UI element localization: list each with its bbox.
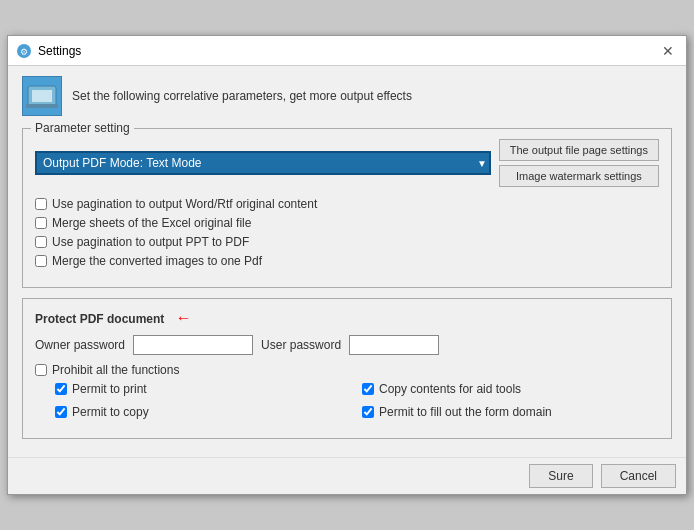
fill-form-label: Permit to fill out the form domain — [379, 405, 552, 419]
mode-select-wrapper: Output PDF Mode: Text Mode ▼ — [35, 151, 491, 175]
checkbox-row-1: Use pagination to output Word/Rtf origin… — [35, 197, 659, 211]
owner-password-input[interactable] — [133, 335, 253, 355]
app-icon: ⚙ — [16, 43, 32, 59]
protect-pdf-title: Protect PDF document — [35, 312, 164, 326]
options-checkboxes: Use pagination to output Word/Rtf origin… — [35, 197, 659, 268]
header-description: Set the following correlative parameters… — [72, 89, 412, 103]
parameter-setting-group: Parameter setting Output PDF Mode: Text … — [22, 128, 672, 288]
prohibit-all-checkbox[interactable] — [35, 364, 47, 376]
permit-print-checkbox[interactable] — [55, 383, 67, 395]
mode-select[interactable]: Output PDF Mode: Text Mode — [35, 151, 491, 175]
fill-form-checkbox[interactable] — [362, 406, 374, 418]
permit-copy-row: Permit to copy — [55, 405, 352, 419]
footer: Sure Cancel — [8, 457, 686, 494]
svg-text:⚙: ⚙ — [20, 47, 28, 57]
fill-form-row: Permit to fill out the form domain — [362, 405, 659, 419]
group-label: Parameter setting — [31, 121, 134, 135]
svg-rect-4 — [26, 104, 58, 108]
pagination-word-checkbox[interactable] — [35, 198, 47, 210]
copy-aid-checkbox[interactable] — [362, 383, 374, 395]
top-controls-row: Output PDF Mode: Text Mode ▼ The output … — [35, 139, 659, 187]
header-row: Set the following correlative parameters… — [22, 76, 672, 116]
copy-aid-label: Copy contents for aid tools — [379, 382, 521, 396]
svg-rect-3 — [32, 90, 52, 102]
checkbox-row-4: Merge the converted images to one Pdf — [35, 254, 659, 268]
prohibit-all-label: Prohibit all the functions — [52, 363, 179, 377]
page-settings-button[interactable]: The output file page settings — [499, 139, 659, 161]
user-password-input[interactable] — [349, 335, 439, 355]
owner-password-label: Owner password — [35, 338, 125, 352]
header-icon — [22, 76, 62, 116]
protect-pdf-section: Protect PDF document ← Owner password Us… — [22, 298, 672, 439]
sure-button[interactable]: Sure — [529, 464, 592, 488]
permissions-grid: Permit to print Copy contents for aid to… — [35, 382, 659, 424]
password-row: Owner password User password — [35, 335, 659, 355]
merge-images-label: Merge the converted images to one Pdf — [52, 254, 262, 268]
permit-copy-checkbox[interactable] — [55, 406, 67, 418]
pagination-word-label: Use pagination to output Word/Rtf origin… — [52, 197, 317, 211]
copy-aid-row: Copy contents for aid tools — [362, 382, 659, 396]
cancel-button[interactable]: Cancel — [601, 464, 676, 488]
prohibit-row: Prohibit all the functions — [35, 363, 659, 377]
arrow-indicator-icon: ← — [176, 309, 192, 327]
main-content: Set the following correlative parameters… — [8, 66, 686, 457]
permit-copy-label: Permit to copy — [72, 405, 149, 419]
permit-print-label: Permit to print — [72, 382, 147, 396]
watermark-settings-button[interactable]: Image watermark settings — [499, 165, 659, 187]
window-title: Settings — [38, 44, 658, 58]
merge-images-checkbox[interactable] — [35, 255, 47, 267]
right-buttons-group: The output file page settings Image wate… — [499, 139, 659, 187]
checkbox-row-2: Merge sheets of the Excel original file — [35, 216, 659, 230]
pagination-ppt-label: Use pagination to output PPT to PDF — [52, 235, 249, 249]
close-button[interactable]: ✕ — [658, 41, 678, 61]
protect-title-row: Protect PDF document ← — [35, 309, 659, 327]
permit-print-row: Permit to print — [55, 382, 352, 396]
merge-excel-label: Merge sheets of the Excel original file — [52, 216, 251, 230]
settings-window: ⚙ Settings ✕ Set the following correlati… — [7, 35, 687, 495]
titlebar: ⚙ Settings ✕ — [8, 36, 686, 66]
pagination-ppt-checkbox[interactable] — [35, 236, 47, 248]
checkbox-row-3: Use pagination to output PPT to PDF — [35, 235, 659, 249]
merge-excel-checkbox[interactable] — [35, 217, 47, 229]
user-password-label: User password — [261, 338, 341, 352]
